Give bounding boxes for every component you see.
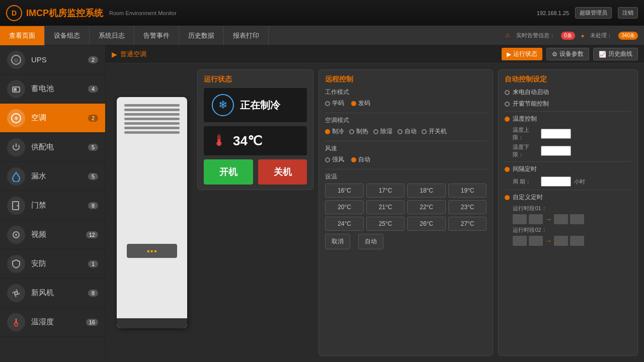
power-off-button[interactable]: 关机 [258,159,307,185]
sidebar-count-door: 8 [88,202,98,209]
sidebar-item-ups[interactable]: U UPS 2 [0,45,105,74]
nav-item-report[interactable]: 报表打印 [224,26,269,45]
nav-item-history[interactable]: 历史数据 [179,26,224,45]
sidebar-item-door[interactable]: 门禁 8 [0,191,105,220]
title-bar: D IMCP机房监控系统 Room Environment Monitor 19… [0,0,644,26]
cancel-temp-button[interactable]: 取消 [325,234,350,249]
op-status-title: 运行状态 [204,75,307,84]
tr1-hour-end[interactable] [554,214,568,224]
temp-21[interactable]: 21°C [366,200,405,214]
tr1-hour-start[interactable] [513,214,527,224]
auto-option-custom[interactable]: 自定义定时 [505,193,631,202]
fan-auto[interactable]: 自动 [351,155,370,164]
auto-option-temp[interactable]: 温度控制 [505,115,631,123]
window-label: 开窗节能控制 [513,100,549,108]
period-row: 周 期： 小时 [513,176,631,187]
ac-body [117,141,187,244]
tr2-hour-start[interactable] [513,236,527,246]
interval-timer-dot [505,167,510,172]
temp-22[interactable]: 22°C [407,200,446,214]
period-input[interactable] [541,176,571,187]
sidebar-label-ups: UPS [31,55,88,64]
nav-item-syslog[interactable]: 系统日志 [90,26,134,45]
logout-button[interactable]: 注销 [618,7,638,19]
temp-27[interactable]: 27°C [448,217,487,231]
svg-rect-3 [19,88,20,90]
security-icon [7,255,25,273]
temp-lower-row: 温度下限： [513,143,631,158]
sidebar-item-battery[interactable]: 蓄电池 4 [0,74,105,104]
temp-24[interactable]: 24°C [325,217,364,231]
ip-display: 192.168.1.25 [537,10,569,16]
main-layout: U UPS 2 蓄电池 4 ❄ 空调 2 供配电 5 [0,45,644,362]
power-buttons: 开机 关机 [204,159,307,185]
temp-16[interactable]: 16°C [325,184,364,198]
sidebar-item-video[interactable]: 视频 12 [0,220,105,249]
custom-timer-label: 自定义定时 [513,193,543,202]
temp-control-dot [505,117,510,122]
content-header: ▶ 普通空调 ▶ 运行状态 ⚙ 设备参数 📈 历史曲线 [106,45,644,63]
temp-17[interactable]: 17°C [366,184,405,198]
temp-upper-input[interactable] [541,129,571,139]
sidebar-item-water[interactable]: 漏水 5 [0,162,105,191]
vent-line-5 [124,122,180,125]
work-mode-fama[interactable]: 发码 [351,99,370,108]
temp-lower-input[interactable] [541,146,571,156]
tr2-hour-end[interactable] [554,236,568,246]
sidebar-item-ac[interactable]: ❄ 空调 2 [0,104,105,133]
ac-mode-power[interactable]: 开关机 [422,127,447,136]
sidebar-label-door: 门禁 [31,201,88,210]
auto-option-powerup[interactable]: 来电自动启动 [505,88,631,97]
auto-option-interval[interactable]: 间隔定时 [505,165,631,173]
temp-26[interactable]: 26°C [407,217,446,231]
history-curve-button[interactable]: 📈 历史曲线 [593,48,638,60]
nav-item-alarm[interactable]: 告警事件 [134,26,179,45]
sidebar-item-security[interactable]: 安防 1 [0,249,105,279]
settings-icon: ⚙ [552,51,557,58]
temp-20[interactable]: 20°C [325,200,364,214]
nav-item-view[interactable]: 查看页面 [0,26,45,45]
temp-19[interactable]: 19°C [448,184,487,198]
work-mode-xuma[interactable]: 学码 [325,99,344,108]
auto-option-window[interactable]: 开窗节能控制 [505,100,631,108]
nav-item-device[interactable]: 设备组态 [45,26,90,45]
powerup-dot [505,90,510,95]
sidebar-item-power[interactable]: 供配电 5 [0,133,105,162]
ac-mode-cool[interactable]: 制冷 [325,127,344,136]
sidebar-item-temphumid[interactable]: 温湿度 16 [0,308,105,337]
work-mode-section: 工作模式 学码 发码 [325,88,487,108]
ac-unit-image: ■ ■ ■ [117,97,187,328]
tr1-min-end[interactable] [570,214,584,224]
ac-mode-section: 空调模式 制冷 制热 除湿 [325,116,487,136]
work-mode-label: 工作模式 [325,88,487,97]
user-button[interactable]: 超级管理员 [575,7,612,19]
sidebar-item-ventilator[interactable]: 新风机 8 [0,279,105,308]
auto-temp-button[interactable]: 自动 [358,234,383,249]
fan-strong[interactable]: 强风 [325,155,344,164]
cool-radio-dot [325,129,330,134]
timerange2-label-row: 运行时段02： [513,226,631,234]
temp-18[interactable]: 18°C [407,184,446,198]
temp-lower-label: 温度下限： [513,143,538,158]
work-mode-radio-group: 学码 发码 [325,99,487,108]
tr2-min-end[interactable] [570,236,584,246]
vent-line-3 [124,113,180,116]
ac-mode-heat[interactable]: 制热 [349,127,368,136]
timerange1-label: 运行时段01： [513,205,553,212]
remote-control-panel: 远程控制 工作模式 学码 发码 [318,69,493,356]
vent-line-4 [124,118,180,120]
tr2-min-start[interactable] [529,236,543,246]
ac-mode-dehumid[interactable]: 除湿 [373,127,392,136]
running-status-button[interactable]: ▶ 运行状态 [502,48,542,60]
water-icon [7,167,25,186]
window-dot [505,102,510,107]
tr1-min-start[interactable] [529,214,543,224]
power-on-button[interactable]: 开机 [204,159,253,185]
ac-vents [124,104,180,136]
vent-line-2 [124,109,180,111]
temp-25[interactable]: 25°C [366,217,405,231]
sidebar-count-water: 5 [88,173,98,180]
temp-23[interactable]: 23°C [448,200,487,214]
ac-mode-auto[interactable]: 自动 [397,127,417,136]
device-settings-button[interactable]: ⚙ 设备参数 [546,48,589,60]
